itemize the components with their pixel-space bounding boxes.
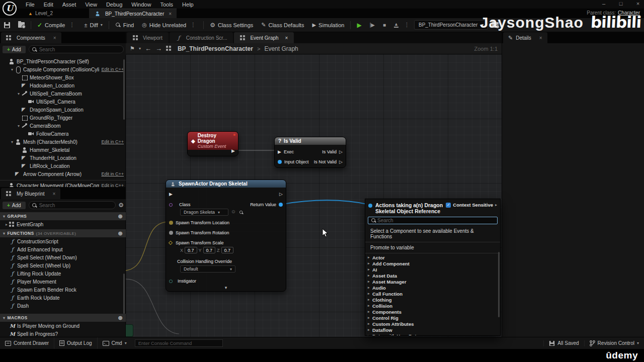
node-destroy-dragon[interactable]: ◈ Destroy Dragon Custom Event ▶ [187, 131, 238, 156]
revision-control-button[interactable]: Revision Control ▾ [584, 340, 644, 346]
breadcrumb-root[interactable]: BP_ThirdPersonCharacter [178, 45, 253, 52]
menu-edit[interactable]: Edit [39, 1, 58, 9]
play-button[interactable]: ▶ [353, 20, 365, 31]
output-log-button[interactable]: Output Log [54, 337, 97, 349]
context-menu-scrollbar[interactable] [498, 252, 500, 317]
component-row[interactable]: ▾Mesh (CharacterMesh0)Edit in C++ [0, 138, 126, 146]
tab-construction-scr-[interactable]: ƒConstruction Scr... [170, 32, 233, 43]
component-row[interactable]: ▾CameraBoom [0, 122, 126, 130]
tab-event-graph[interactable]: Event Graph× [234, 32, 294, 43]
component-row[interactable]: FollowCamera [0, 130, 126, 138]
component-row[interactable]: UltiSpell_Camera [0, 98, 126, 106]
category-row[interactable]: ▸Audio [365, 285, 500, 291]
exec-out-pin[interactable]: ▷ [279, 192, 283, 197]
components-search-input[interactable] [29, 45, 124, 53]
add-item-icon[interactable]: ⊕ [118, 230, 123, 237]
exec-out-pin[interactable]: ▶ [231, 149, 235, 153]
tab-details[interactable]: ✎ Details × [503, 32, 547, 43]
content-drawer-button[interactable]: Content Drawer [0, 337, 54, 349]
close-icon[interactable]: × [53, 191, 56, 197]
spawn-transform-location-pin[interactable] [169, 221, 173, 225]
menu-file[interactable]: File [21, 1, 39, 9]
menu-asset[interactable]: Asset [58, 1, 81, 9]
category-row[interactable]: ▸Custom Attributes [365, 321, 500, 327]
close-tab-icon[interactable]: × [169, 11, 172, 17]
chevron-down-icon[interactable]: ▾ [139, 46, 141, 51]
blueprint-settings-gear-icon[interactable]: ⚙ [118, 202, 124, 209]
tab-my-blueprint[interactable]: My Blueprint × [1, 188, 60, 199]
back-button[interactable]: ← [145, 45, 151, 52]
spawn-transform-scale-pin[interactable] [169, 241, 173, 245]
expander-icon[interactable]: ▾ [10, 67, 15, 72]
close-icon[interactable]: × [53, 35, 56, 41]
return-value-pin[interactable] [279, 203, 283, 207]
category-row[interactable]: ▸Asset Data [365, 273, 500, 279]
component-row[interactable]: ThunderHit_Location [0, 154, 126, 162]
blueprint-item-row[interactable]: ƒSpawn Earth Bender Rock [0, 286, 126, 294]
browse-class-icon[interactable] [239, 210, 244, 215]
tab-components[interactable]: Components × [1, 32, 61, 43]
category-row[interactable]: ▸Asset Manager [365, 279, 500, 285]
blueprint-item-row[interactable]: ▸EventGraph [0, 220, 126, 228]
promote-to-variable-item[interactable]: Promote to variable [365, 242, 500, 253]
context-sensitive-toggle[interactable]: ✓ Context Sensitive ▸ [446, 202, 497, 214]
component-row[interactable]: Arrow Component (Arrow)Edit in C++ [0, 170, 126, 178]
expander-icon[interactable]: ▾ [16, 124, 21, 128]
stop-button[interactable]: ■ [379, 20, 390, 30]
is-valid-out-pin[interactable]: ▷ [339, 150, 343, 154]
unreal-logo-icon[interactable]: U [3, 2, 17, 16]
cmd-dropdown[interactable]: >_ Cmd ▾ [98, 337, 132, 349]
frame-skip-button[interactable]: |▶ [366, 20, 379, 30]
category-row[interactable]: ▸Components [365, 309, 500, 315]
exec-in-pin[interactable]: ▶ [278, 150, 281, 154]
collision-handling-dropdown[interactable]: Default ▾ [180, 265, 235, 273]
category-row[interactable]: ▸Add Component [365, 260, 500, 266]
add-blueprint-item-button[interactable]: + Add [2, 201, 26, 210]
tab-blueprint[interactable]: BP_ThirdPersonCharacter × [89, 9, 177, 18]
input-object-pin[interactable] [278, 160, 282, 164]
component-row[interactable]: Character Movement (CharMoveComp)Edit in… [0, 182, 126, 187]
category-row[interactable]: ▸Call Function [365, 291, 500, 297]
blueprint-item-row[interactable]: ƒConstructionScript [0, 237, 126, 245]
menu-tools[interactable]: Tools [155, 1, 178, 9]
category-row[interactable]: ▸Datasmith User Data [365, 333, 500, 336]
menu-view[interactable]: View [80, 1, 102, 9]
component-row[interactable]: ▾UltiSpell_CameraBoom [0, 89, 126, 98]
add-item-icon[interactable]: ⊕ [118, 315, 123, 321]
bookmark-icon[interactable]: ⚑ [130, 45, 135, 52]
blueprint-item-row[interactable]: ƒPlayer Movement [0, 278, 126, 286]
blueprint-item-row[interactable]: ƒSpell Select (Wheel Up) [0, 261, 126, 269]
blueprint-item-row[interactable]: ƒLifting Rock Update [0, 269, 126, 278]
node-spawn-actor[interactable]: SpawnActor Dragon Skeletal ▶ ▷ Class Ret… [166, 179, 286, 292]
class-defaults-button[interactable]: ✎ Class Defaults [257, 20, 308, 30]
instigator-pin[interactable] [169, 280, 173, 283]
category-row[interactable]: ▸Collision [365, 303, 500, 309]
console-command-input[interactable] [135, 339, 223, 347]
edit-in-cpp-link[interactable]: Edit in C++ [99, 171, 124, 176]
parent-class-link[interactable]: Character [618, 10, 640, 16]
close-icon[interactable]: × [539, 35, 542, 41]
component-row[interactable]: LiftRock_Location [0, 162, 126, 170]
close-window-button[interactable]: × [635, 1, 641, 7]
blueprint-item-row[interactable]: ƒSpell Select (Wheel Down) [0, 253, 126, 261]
my-blueprint-search-input[interactable] [29, 201, 116, 209]
simulation-button[interactable]: ▶ Simulation [308, 20, 348, 30]
browse-button[interactable] [14, 20, 29, 30]
component-row[interactable]: DragonSpawn_Location [0, 106, 126, 114]
scale-z-input[interactable]: 0.7 [221, 247, 234, 253]
class-select-dropdown[interactable]: Dragon Skeleta ▾ [180, 209, 228, 216]
expander-icon[interactable]: ▾ [16, 92, 21, 96]
blueprint-item-row[interactable]: MIs Player Moving on Ground [0, 322, 126, 330]
forward-button[interactable]: → [155, 45, 162, 52]
category-row[interactable]: ▸AI [365, 266, 500, 273]
compile-button[interactable]: ✓ Compile ⋮ [33, 20, 80, 31]
blueprint-item-row[interactable]: ƒAdd Enhanced Input [0, 245, 126, 253]
find-button[interactable]: Find [111, 20, 138, 30]
class-pin[interactable] [169, 203, 173, 207]
add-item-icon[interactable]: ⊕ [118, 213, 123, 220]
node-is-valid[interactable]: ? Is Valid ▶ Exec ▷ Is Valid Input Objec… [274, 137, 346, 168]
section-header-functions[interactable]: ▾FUNCTIONS(34 OVERRIDABLE)⊕ [0, 229, 126, 237]
menu-help[interactable]: Help [178, 1, 198, 9]
close-tab-icon[interactable]: × [285, 35, 288, 41]
diff-button[interactable]: ± Diff ▾ [80, 20, 106, 30]
